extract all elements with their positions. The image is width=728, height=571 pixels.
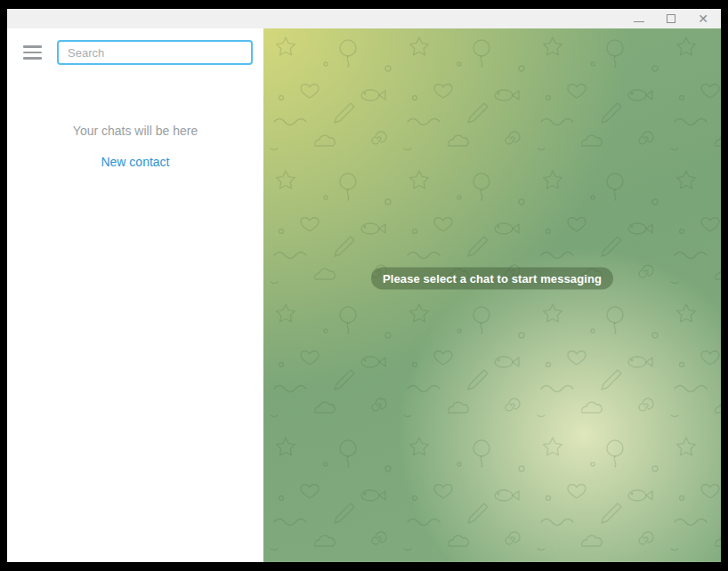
sidebar: Your chats will be here New contact [7, 28, 263, 562]
sidebar-top-row [7, 28, 263, 65]
chat-background: Please select a chat to start messaging [263, 28, 721, 562]
titlebar: ✕ [7, 9, 721, 28]
new-contact-link[interactable]: New contact [101, 155, 169, 169]
window-frame: ✕ Your chats will be here New contact [0, 0, 728, 571]
close-icon: ✕ [698, 12, 708, 25]
empty-chats-message: Your chats will be here [73, 124, 198, 138]
maximize-icon [667, 14, 675, 23]
hamburger-icon [23, 52, 42, 53]
app-window: ✕ Your chats will be here New contact [7, 9, 721, 562]
minimize-icon [634, 21, 644, 22]
app-body: Your chats will be here New contact [7, 28, 721, 562]
hamburger-menu-button[interactable] [23, 42, 42, 62]
select-chat-pill: Please select a chat to start messaging [371, 267, 613, 289]
minimize-button[interactable] [632, 12, 646, 26]
doodle-pattern [263, 28, 721, 562]
close-button[interactable]: ✕ [696, 12, 710, 26]
chats-empty-state: Your chats will be here New contact [7, 124, 263, 169]
maximize-button[interactable] [664, 12, 678, 26]
search-input[interactable] [57, 40, 253, 65]
hamburger-icon [23, 57, 42, 59]
hamburger-icon [23, 45, 42, 47]
